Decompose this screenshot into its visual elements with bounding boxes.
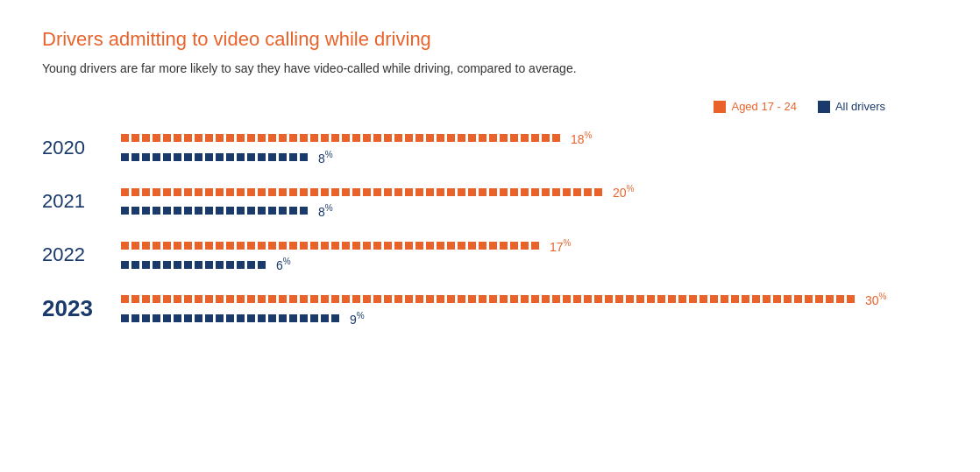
legend-aged: Aged 17 - 24: [714, 100, 796, 113]
dots-blue-2023: [121, 314, 339, 322]
dots-orange-2023: [121, 295, 855, 303]
year-label-2023: 2023: [42, 295, 121, 322]
dots-orange-2022: [121, 242, 539, 250]
dots-blue-2022: [121, 261, 266, 269]
bar-row-blue-2022: 6%: [121, 257, 938, 272]
bar-row-orange-2022: 17%: [121, 238, 938, 254]
year-label-2020: 2020: [42, 137, 121, 159]
value-blue-2021: 8%: [318, 203, 333, 219]
chart-title: Drivers admitting to video calling while…: [42, 28, 938, 51]
chart-row-2023: 202330%9%: [42, 292, 938, 326]
chart-subtitle: Young drivers are far more likely to say…: [42, 61, 938, 75]
chart-row-2022: 202217%6%: [42, 238, 938, 272]
bar-row-blue-2020: 8%: [121, 150, 938, 166]
bar-row-blue-2023: 9%: [121, 311, 938, 327]
value-orange-2020: 18%: [571, 130, 592, 146]
legend: Aged 17 - 24 All drivers: [42, 100, 938, 113]
value-orange-2022: 17%: [550, 238, 571, 254]
value-blue-2020: 8%: [318, 150, 333, 166]
value-blue-2023: 9%: [350, 311, 365, 327]
year-label-2021: 2021: [42, 190, 121, 213]
legend-aged-label: Aged 17 - 24: [731, 100, 796, 113]
dots-orange-2020: [121, 134, 560, 142]
value-orange-2023: 30%: [865, 292, 886, 307]
dots-blue-2021: [121, 207, 308, 215]
chart-area: 202018%8%202120%8%202217%6%202330%9%: [42, 130, 938, 326]
dots-blue-2020: [121, 153, 308, 161]
year-label-2022: 2022: [42, 243, 121, 266]
bar-row-orange-2021: 20%: [121, 184, 938, 200]
value-orange-2021: 20%: [613, 184, 634, 200]
chart-row-2021: 202120%8%: [42, 184, 938, 218]
bar-row-orange-2020: 18%: [121, 130, 938, 146]
legend-orange-swatch: [714, 101, 726, 113]
dots-orange-2021: [121, 188, 602, 196]
value-blue-2022: 6%: [276, 257, 291, 272]
bar-row-blue-2021: 8%: [121, 203, 938, 219]
bar-row-orange-2023: 30%: [121, 292, 938, 307]
legend-all-label: All drivers: [835, 100, 885, 113]
legend-all: All drivers: [818, 100, 885, 113]
chart-row-2020: 202018%8%: [42, 130, 938, 165]
legend-blue-swatch: [818, 101, 830, 113]
